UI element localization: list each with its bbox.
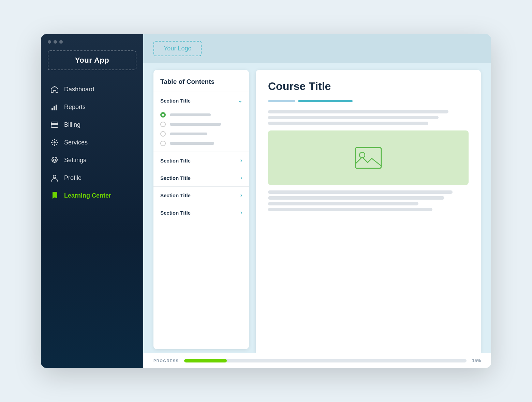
chevron-right-icon: › [240,157,242,164]
lesson-line [170,123,221,126]
content-line [268,190,453,194]
content-line [268,208,432,211]
toc-section-2-header[interactable]: Section Title › [153,152,249,169]
sidebar-item-settings-label: Settings [64,157,86,164]
sidebar-item-billing-label: Billing [64,121,80,128]
window-controls [41,34,143,47]
svg-point-5 [54,141,56,143]
content-line [268,116,439,119]
course-progress-lines [268,100,469,102]
progress-fill [184,359,226,362]
image-icon [355,147,382,169]
profile-icon [50,174,59,182]
toc-section-2: Section Title › [153,152,249,169]
radio-active [160,112,166,118]
list-item[interactable] [160,122,242,127]
sidebar-item-dashboard-label: Dashboard [64,86,94,93]
sidebar-item-profile[interactable]: Profile [41,169,143,187]
toc-section-3-header[interactable]: Section Title › [153,169,249,186]
toc-section-1-title: Section Title [160,98,191,104]
chevron-right-icon: › [240,175,242,181]
content-line [268,110,448,113]
radio-inactive [160,141,166,146]
settings-icon [50,156,59,164]
sidebar-item-profile-label: Profile [64,174,82,182]
toc-title: Table of Contents [153,78,249,92]
svg-rect-2 [56,105,57,110]
toc-section-1: Section Title ⌄ [153,92,249,152]
text-content-lines-2 [268,190,469,211]
course-panel: Course Title [256,70,481,353]
toc-section-4-header[interactable]: Section Title › [153,187,249,204]
prog-line-2 [298,100,353,102]
list-item[interactable] [160,131,242,137]
lesson-line [170,133,207,135]
radio-inactive [160,131,166,137]
sidebar-item-billing[interactable]: Billing [41,116,143,134]
toc-section-5: Section Title › [153,204,249,221]
content-line [268,122,428,125]
list-item[interactable] [160,141,242,146]
svg-point-6 [53,175,56,178]
content-line [268,196,444,200]
chevron-right-icon: › [240,210,242,216]
home-icon [50,85,59,93]
svg-rect-4 [51,123,58,125]
sidebar-item-learning-center-label: Learning Center [64,192,111,199]
svg-rect-1 [54,106,55,110]
svg-rect-7 [355,148,381,168]
toc-section-3: Section Title › [153,169,249,186]
prog-line-1 [268,100,295,102]
toc-panel: Table of Contents Section Title ⌄ [153,70,249,349]
content-line [268,202,418,205]
lesson-line [170,142,214,145]
lesson-line [170,113,211,116]
list-item[interactable] [160,112,242,118]
top-bar: Your Logo [143,34,491,63]
toc-section-2-title: Section Title [160,158,191,164]
image-placeholder [268,130,469,185]
chevron-right-icon: › [240,192,242,198]
text-content-lines [268,110,469,125]
sidebar-item-services-label: Services [64,139,88,146]
sidebar-item-learning-center[interactable]: Learning Center [41,187,143,204]
radio-inactive [160,122,166,127]
billing-icon [50,121,59,129]
svg-rect-0 [51,108,53,110]
app-name: Your App [48,50,136,70]
toc-section-4: Section Title › [153,186,249,204]
chevron-down-icon: ⌄ [238,97,242,104]
logo-placeholder: Your Logo [153,41,202,56]
reports-icon [50,103,59,111]
sidebar-item-settings[interactable]: Settings [41,151,143,169]
toc-section-1-lessons [153,109,249,152]
progress-percent: 15% [472,358,481,363]
main-content: Your Logo Table of Contents Section Titl… [143,34,491,368]
bottom-progress-bar: PROGRESS 15% [143,353,491,368]
sidebar-item-reports-label: Reports [64,104,86,111]
progress-label: PROGRESS [153,359,179,363]
sidebar-item-reports[interactable]: Reports [41,98,143,116]
dot-1 [48,40,51,44]
course-title: Course Title [268,80,469,93]
dot-3 [59,40,63,44]
toc-section-5-title: Section Title [160,210,191,216]
toc-section-3-title: Section Title [160,175,191,181]
content-area: Table of Contents Section Title ⌄ [143,63,491,353]
toc-section-1-header[interactable]: Section Title ⌄ [153,92,249,109]
sidebar-item-dashboard[interactable]: Dashboard [41,80,143,98]
dot-2 [54,40,57,44]
toc-section-5-header[interactable]: Section Title › [153,204,249,221]
sidebar-item-services[interactable]: Services [41,134,143,151]
sidebar: Your App Dashboard Reports [41,34,143,368]
toc-section-4-title: Section Title [160,192,191,198]
progress-track [184,359,467,362]
browser-window: Your App Dashboard Reports [41,34,491,368]
services-icon [50,138,59,146]
learning-icon [50,191,59,200]
